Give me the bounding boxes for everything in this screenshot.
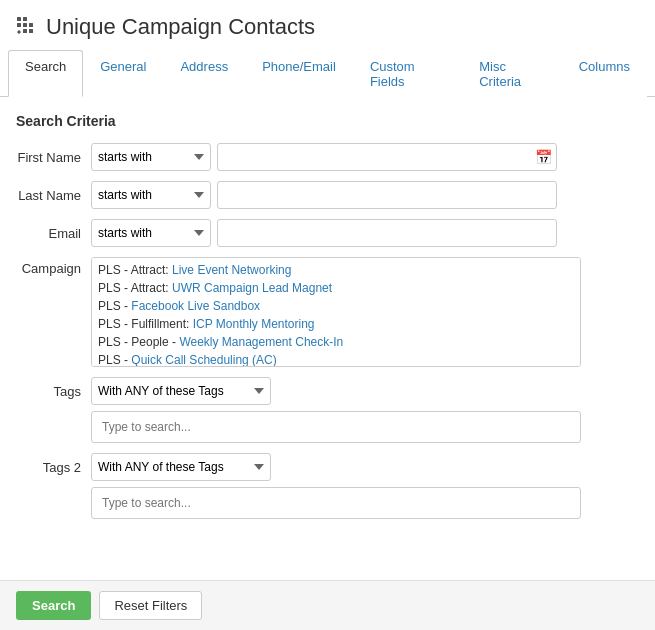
svg-rect-1 <box>23 17 27 21</box>
campaign-item-4[interactable]: PLS - Fulfillment: ICP Monthly Mentoring <box>92 315 580 333</box>
tab-address[interactable]: Address <box>163 50 245 97</box>
campaign-item-2[interactable]: PLS - Attract: UWR Campaign Lead Magnet <box>92 279 580 297</box>
reset-filters-button[interactable]: Reset Filters <box>99 591 202 620</box>
email-label: Email <box>16 226 91 241</box>
grid-icon <box>16 16 38 38</box>
svg-rect-2 <box>17 23 21 27</box>
tags-search-row <box>16 411 639 443</box>
tags-operator[interactable]: With ANY of these Tags With ALL of these… <box>91 377 271 405</box>
first-name-operator[interactable]: starts with equals contains ends with <box>91 143 211 171</box>
search-button[interactable]: Search <box>16 591 91 620</box>
campaign-row: Campaign PLS - Attract: Live Event Netwo… <box>16 257 639 367</box>
tags2-search-input[interactable] <box>91 487 581 519</box>
first-name-label: First Name <box>16 150 91 165</box>
svg-rect-3 <box>23 23 27 27</box>
tags-row: Tags With ANY of these Tags With ALL of … <box>16 377 639 405</box>
tab-general[interactable]: General <box>83 50 163 97</box>
page-title: Unique Campaign Contacts <box>46 14 315 40</box>
last-name-operator[interactable]: starts with equals contains ends with <box>91 181 211 209</box>
content-area: Search Criteria First Name starts with e… <box>0 97 655 545</box>
tags2-label: Tags 2 <box>16 460 91 475</box>
campaign-item-5[interactable]: PLS - People - Weekly Management Check-I… <box>92 333 580 351</box>
tags-label: Tags <box>16 384 91 399</box>
email-row: Email starts with equals contains ends w… <box>16 219 639 247</box>
tab-misc-criteria[interactable]: Misc Criteria <box>462 50 562 97</box>
tags2-row: Tags 2 With ANY of these Tags With ALL o… <box>16 453 639 481</box>
svg-rect-0 <box>17 17 21 21</box>
last-name-row: Last Name starts with equals contains en… <box>16 181 639 209</box>
tags2-operator[interactable]: With ANY of these Tags With ALL of these… <box>91 453 271 481</box>
campaign-listbox[interactable]: PLS - Attract: Live Event Networking PLS… <box>91 257 581 367</box>
tab-search[interactable]: Search <box>8 50 83 97</box>
first-name-row: First Name starts with equals contains e… <box>16 143 639 171</box>
section-title: Search Criteria <box>16 113 639 129</box>
campaign-item-1[interactable]: PLS - Attract: Live Event Networking <box>92 261 580 279</box>
page-header: Unique Campaign Contacts <box>0 0 655 50</box>
email-operator[interactable]: starts with equals contains ends with <box>91 219 211 247</box>
email-input[interactable] <box>217 219 557 247</box>
campaign-label: Campaign <box>16 257 91 276</box>
tags-search-input[interactable] <box>91 411 581 443</box>
tab-columns[interactable]: Columns <box>562 50 647 97</box>
calendar-icon: 📅 <box>535 149 552 165</box>
last-name-label: Last Name <box>16 188 91 203</box>
first-name-input[interactable] <box>217 143 557 171</box>
first-name-input-wrapper: 📅 <box>217 143 557 171</box>
tab-bar: Search General Address Phone/Email Custo… <box>0 50 655 97</box>
tab-custom-fields[interactable]: Custom Fields <box>353 50 462 97</box>
tags2-search-row <box>16 487 639 519</box>
svg-rect-4 <box>29 23 33 27</box>
svg-rect-5 <box>23 29 27 33</box>
campaign-item-6[interactable]: PLS - Quick Call Scheduling (AC) <box>92 351 580 367</box>
footer-bar: Search Reset Filters <box>0 580 655 630</box>
campaign-item-3[interactable]: PLS - Facebook Live Sandbox <box>92 297 580 315</box>
svg-rect-6 <box>29 29 33 33</box>
tab-phone-email[interactable]: Phone/Email <box>245 50 353 97</box>
last-name-input[interactable] <box>217 181 557 209</box>
